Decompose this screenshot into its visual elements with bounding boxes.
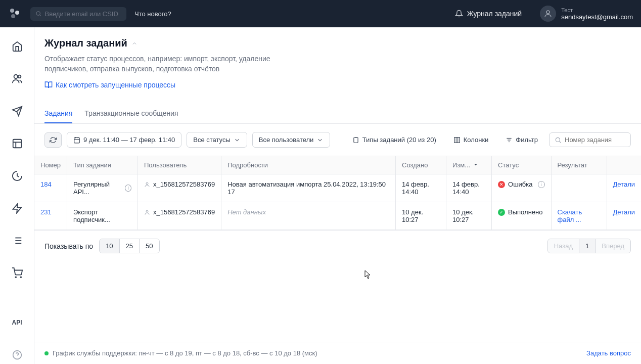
footer: График службы поддержки: пн-чт — с 8 до …	[34, 342, 641, 364]
result-cell: Скачать файл ...	[551, 202, 607, 230]
show-per-label: Показывать по	[44, 242, 93, 250]
tab-transactional[interactable]: Транзакционные сообщения	[84, 104, 178, 123]
task-type: Регулярный API...	[73, 180, 121, 196]
page-title: Журнал заданий	[44, 37, 127, 49]
search-icon	[35, 10, 41, 17]
whats-new-link[interactable]: Что нового?	[134, 10, 171, 18]
page-size-10[interactable]: 10	[100, 239, 119, 253]
refresh-icon	[50, 136, 57, 144]
details-cell: Нет данных	[221, 202, 396, 230]
send-icon	[12, 106, 23, 117]
sidebar-api[interactable]: API	[8, 313, 26, 332]
journal-header-link[interactable]: Журнал заданий	[455, 10, 522, 18]
col-created[interactable]: Создано	[396, 156, 446, 174]
help-link[interactable]: Как смотреть запущенные процессы	[44, 81, 631, 89]
details-link[interactable]: Детали	[613, 208, 635, 216]
col-modified[interactable]: Изм...	[446, 156, 492, 174]
details-link[interactable]: Детали	[613, 180, 635, 188]
user-filter[interactable]: Все пользователи	[252, 132, 331, 148]
layout-icon	[12, 138, 23, 149]
bell-icon	[455, 10, 463, 18]
columns-icon	[453, 136, 461, 144]
col-task-type[interactable]: Тип задания	[67, 156, 138, 174]
svg-rect-28	[354, 137, 358, 143]
filter-button[interactable]: Фильтр	[499, 132, 544, 147]
details-cell: Новая автоматизация импорта 25.04.2022, …	[221, 174, 396, 202]
col-result[interactable]: Результат	[551, 156, 607, 174]
chevron-up-icon[interactable]	[131, 40, 138, 47]
table-row: 184 Регулярный API...i x_156812572583769…	[34, 174, 641, 202]
sidebar-automation[interactable]	[8, 199, 26, 217]
svg-marker-13	[13, 204, 21, 213]
chevron-down-icon	[316, 136, 324, 144]
user-cell: x_156812572583769	[153, 208, 215, 216]
svg-point-2	[11, 14, 15, 18]
sidebar-campaigns[interactable]	[8, 102, 26, 120]
logo[interactable]	[8, 7, 22, 21]
clock-icon	[12, 170, 23, 181]
page-size-50[interactable]: 50	[140, 239, 159, 253]
svg-point-35	[556, 138, 560, 142]
result-link[interactable]: Скачать файл ...	[558, 208, 582, 223]
top-bar: Что нового? Журнал заданий Тест sendsayt…	[0, 0, 641, 27]
tab-tasks[interactable]: Задания	[44, 104, 72, 123]
modified-cell: 10 дек. 10:27	[446, 202, 492, 230]
svg-point-0	[10, 9, 14, 13]
avatar-icon	[540, 6, 556, 22]
sidebar-help[interactable]	[8, 346, 26, 364]
task-number-link[interactable]: 231	[40, 208, 52, 216]
info-icon[interactable]: i	[125, 185, 131, 192]
book-icon	[44, 81, 53, 89]
toolbar: 9 дек. 11:40 — 17 февр. 11:40 Все статус…	[34, 124, 641, 156]
user-icon	[144, 181, 150, 188]
page-size-25[interactable]: 25	[120, 239, 140, 253]
global-search-input[interactable]	[44, 10, 121, 18]
status-icon: ✓	[498, 209, 505, 216]
pager-next[interactable]: Вперед	[596, 239, 630, 253]
sidebar-analytics[interactable]	[8, 167, 26, 185]
sidebar-orders[interactable]	[8, 264, 26, 282]
created-cell: 14 февр. 14:40	[396, 174, 446, 202]
pager-current[interactable]: 1	[579, 239, 596, 253]
svg-rect-24	[74, 138, 80, 143]
sidebar-list[interactable]	[8, 232, 26, 250]
sort-desc-icon	[473, 162, 478, 167]
task-types-button[interactable]: Типы заданий (20 из 20)	[346, 132, 442, 147]
task-number-search[interactable]	[549, 132, 631, 147]
task-number-input[interactable]	[565, 136, 625, 144]
pager-prev[interactable]: Назад	[548, 239, 579, 253]
user-menu[interactable]: Тест sendsaytest@gmail.com	[540, 6, 633, 22]
tabs: Задания Транзакционные сообщения	[34, 104, 641, 124]
ask-question-link[interactable]: Задать вопрос	[586, 349, 631, 357]
col-number[interactable]: Номер	[34, 156, 67, 174]
users-icon	[12, 73, 23, 84]
svg-line-36	[560, 141, 561, 143]
filter-icon	[506, 136, 513, 144]
sidebar-content[interactable]	[8, 134, 26, 153]
refresh-button[interactable]	[44, 132, 62, 148]
sidebar-subscribers[interactable]	[8, 70, 26, 88]
lightning-icon	[12, 203, 23, 214]
info-icon[interactable]: i	[538, 181, 545, 188]
support-schedule: График службы поддержки: пн-чт — с 8 до …	[53, 349, 317, 357]
col-status[interactable]: Статус	[492, 156, 551, 174]
col-details[interactable]: Подробности	[221, 156, 396, 174]
date-range-picker[interactable]: 9 дек. 11:40 — 17 февр. 11:40	[67, 132, 181, 148]
task-type: Экспорт подписчик...	[73, 208, 131, 223]
status-text: Выполнено	[508, 208, 542, 216]
status-filter[interactable]: Все статусы	[187, 132, 247, 148]
user-label: Тест	[561, 7, 633, 13]
list-icon	[12, 235, 23, 246]
svg-rect-29	[454, 137, 460, 143]
columns-button[interactable]: Колонки	[447, 132, 495, 147]
task-number-link[interactable]: 184	[40, 180, 52, 188]
modified-cell: 14 февр. 14:40	[446, 174, 492, 202]
page-description: Отображает статус процессов, например: и…	[44, 54, 277, 74]
svg-point-5	[546, 11, 550, 14]
svg-rect-10	[13, 140, 21, 148]
pagination: Показывать по 102550 Назад 1 Вперед	[34, 230, 641, 261]
table-row: 231 Экспорт подписчик... x_1568125725837…	[34, 202, 641, 230]
global-search[interactable]	[30, 7, 126, 21]
sidebar-home[interactable]	[8, 37, 26, 56]
col-user[interactable]: Пользователь	[138, 156, 221, 174]
